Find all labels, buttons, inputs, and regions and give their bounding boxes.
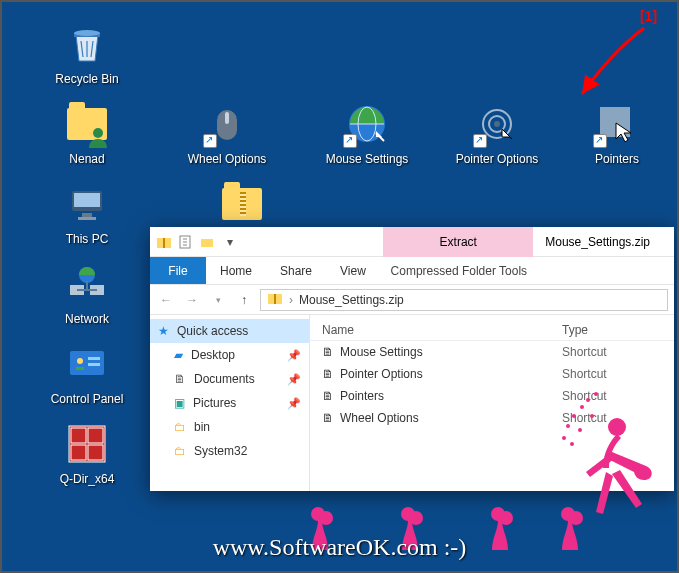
ribbon-tab-home[interactable]: Home [206,257,266,284]
list-item[interactable]: 🗎Mouse Settings Shortcut [310,341,674,363]
desktop-icon-network[interactable]: Network [42,260,132,326]
nav-quick-access[interactable]: ★ Quick access [150,319,309,343]
file-type: Shortcut [562,367,662,381]
svg-point-48 [499,511,513,525]
titlebar[interactable]: ▾ Extract Mouse_Settings.zip [150,227,674,257]
nav-folder-system32[interactable]: 🗀 System32 [150,439,309,463]
customize-qat-icon[interactable]: ▾ [222,234,238,250]
pointer-options-icon [473,100,521,148]
desktop-icon-recycle-bin[interactable]: Recycle Bin [42,20,132,86]
shortcut-overlay-icon [203,134,217,148]
desktop-icon-label: Mouse Settings [322,152,412,166]
nav-folder-bin[interactable]: 🗀 bin [150,415,309,439]
file-name: Pointer Options [340,367,423,381]
file-list: Name Type 🗎Mouse Settings Shortcut 🗎Poin… [310,315,674,491]
pointers-icon [593,100,641,148]
svg-point-1 [93,128,103,138]
zip-folder-icon [218,180,266,228]
desktop-icon-label: Control Panel [42,392,132,406]
svg-rect-30 [201,239,213,247]
address-bar: ← → ▾ ↑ › Mouse_Settings.zip [150,285,674,315]
svg-point-43 [311,507,325,521]
list-item[interactable]: 🗎Wheel Options Shortcut [310,407,674,429]
desktop-icon-pointers[interactable]: Pointers [572,100,662,166]
zip-small-icon [156,234,172,250]
nav-forward-button[interactable]: → [182,290,202,310]
desktop-icon-control-panel[interactable]: Control Panel [42,340,132,406]
properties-icon[interactable] [178,234,194,250]
file-name: Pointers [340,389,384,403]
nav-pictures[interactable]: ▣ Pictures 📌 [150,391,309,415]
file-icon: 🗎 [322,389,334,403]
ribbon-file-tab[interactable]: File [150,257,206,284]
pin-icon: 📌 [287,397,301,410]
desktop-icon-label: Pointer Options [452,152,542,166]
folder-icon: 🗀 [174,420,186,434]
nav-pane: ★ Quick access ▰ Desktop 📌 🗎 Documents 📌… [150,315,310,491]
recycle-bin-icon [63,20,111,68]
window-title: Mouse_Settings.zip [533,227,674,257]
desktop-icon-label: This PC [42,232,132,246]
shortcut-overlay-icon [343,134,357,148]
column-header-name[interactable]: Name [322,323,562,337]
svg-point-8 [494,121,500,127]
desktop-icon: ▰ [174,348,183,362]
nav-documents[interactable]: 🗎 Documents 📌 [150,367,309,391]
nav-recent-button[interactable]: ▾ [208,290,228,310]
svg-rect-19 [88,357,100,360]
file-icon: 🗎 [322,367,334,381]
desktop-icon-label: Nenad [42,152,132,166]
breadcrumb[interactable]: › Mouse_Settings.zip [260,289,668,311]
ribbon-context-tools[interactable]: Compressed Folder Tools [384,257,534,284]
ribbon-tab-view[interactable]: View [326,257,380,284]
desktop-icon-label: Wheel Options [182,152,272,166]
svg-point-46 [409,511,423,525]
svg-rect-32 [274,294,276,304]
desktop-icon-label: Network [42,312,132,326]
svg-rect-11 [74,193,100,207]
desktop-icon-mouse-settings[interactable]: Mouse Settings [322,100,412,166]
nav-desktop[interactable]: ▰ Desktop 📌 [150,343,309,367]
desktop-icon-user-folder[interactable]: Nenad [42,100,132,166]
svg-point-18 [77,358,83,364]
nav-back-button[interactable]: ← [156,290,176,310]
column-header-type[interactable]: Type [562,323,662,337]
svg-rect-21 [76,367,84,370]
user-folder-icon [63,100,111,148]
list-item[interactable]: 🗎Pointer Options Shortcut [310,363,674,385]
file-icon: 🗎 [322,345,334,359]
desktop-icon-pointer-options[interactable]: Pointer Options [452,100,542,166]
breadcrumb-segment[interactable]: Mouse_Settings.zip [299,293,404,307]
list-item[interactable]: 🗎Pointers Shortcut [310,385,674,407]
svg-rect-12 [82,213,92,217]
svg-point-45 [401,507,415,521]
svg-rect-22 [69,426,105,462]
svg-rect-13 [78,217,96,220]
nav-up-button[interactable]: ↑ [234,290,254,310]
ribbon: File Home Share View Compressed Folder T… [150,257,674,285]
svg-rect-28 [163,238,165,248]
desktop-icon-label: Q-Dir_x64 [42,472,132,486]
desktop-icon-label: Recycle Bin [42,72,132,86]
ribbon-tab-share[interactable]: Share [266,257,326,284]
desktop-icon-this-pc[interactable]: This PC [42,180,132,246]
nav-item-label: Documents [194,372,255,386]
svg-point-50 [569,511,583,525]
desktop: [1] Recycle Bin Nenad Wheel Options Mous… [2,2,677,571]
watermark-text: www.SoftwareOK.com :-) [2,534,677,561]
quick-access-toolbar: ▾ [150,234,244,250]
new-folder-icon[interactable] [200,234,216,250]
file-type: Shortcut [562,345,662,359]
file-name: Mouse Settings [340,345,423,359]
star-icon: ★ [158,324,169,338]
pictures-icon: ▣ [174,396,185,410]
file-type: Shortcut [562,411,662,425]
file-icon: 🗎 [322,411,334,425]
shortcut-overlay-icon [593,134,607,148]
desktop-icon-wheel-options[interactable]: Wheel Options [182,100,272,166]
shortcut-overlay-icon [473,134,487,148]
ribbon-context-tab[interactable]: Extract [383,227,533,257]
desktop-icon-qdir[interactable]: Q-Dir_x64 [42,420,132,486]
qdir-icon [63,420,111,468]
pin-icon: 📌 [287,349,301,362]
